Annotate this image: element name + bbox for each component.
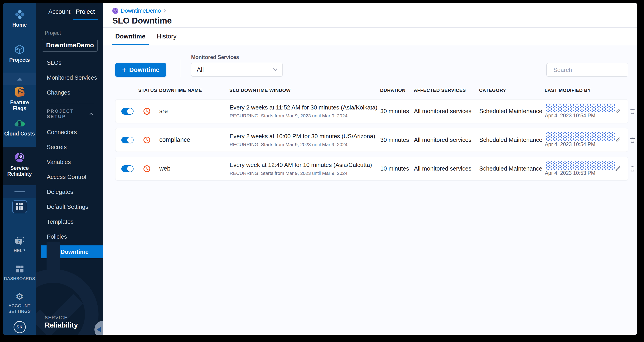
sidebar-item-secrets[interactable]: Secrets — [36, 140, 103, 155]
filter-label: Monitored Services — [191, 54, 283, 60]
home-icon — [14, 9, 25, 20]
breadcrumb-project-link[interactable]: DowntimeDemo — [121, 8, 161, 14]
downtime-enabled-toggle[interactable] — [121, 165, 134, 172]
sidebar-item-default-settings[interactable]: Default Settings — [36, 199, 103, 214]
category: Scheduled Maintenance — [479, 136, 545, 143]
sidebar-item-connectors[interactable]: Connectors — [36, 125, 103, 140]
sidebar-item-slo-downtime[interactable]: SLO Downtime — [41, 245, 103, 258]
sidebar-item-delegates[interactable]: Delegates — [36, 184, 103, 199]
trash-icon — [630, 166, 636, 172]
delete-button[interactable] — [630, 166, 636, 172]
sidebar-item-access-control[interactable]: Access Control — [36, 169, 103, 184]
project-setup-section-toggle[interactable]: PROJECT SETUP — [36, 107, 103, 121]
breadcrumb-chevron-icon — [163, 9, 166, 13]
toggle-knob — [127, 166, 133, 172]
svg-text:$: $ — [18, 120, 21, 127]
user-menu[interactable]: SK — [3, 321, 36, 333]
recurring-clock-icon — [143, 107, 151, 115]
search-input[interactable] — [553, 66, 630, 74]
tab-history[interactable]: History — [157, 28, 176, 45]
edit-button[interactable] — [615, 166, 621, 172]
redacted-user — [545, 161, 615, 170]
rail-footer-label: ACCOUNT SETTINGS — [8, 303, 32, 314]
column-header-downtime-name: DOWNTIME NAME — [159, 88, 229, 93]
sidebar-item-service-reliability[interactable]: Service Reliability — [3, 152, 36, 177]
sidebar-item-home[interactable]: Home — [3, 9, 36, 28]
last-modified-cell: Apr 4, 2023 10:53 PM — [545, 161, 637, 176]
avatar: SK — [14, 321, 26, 333]
trash-icon — [630, 108, 636, 114]
toggle-knob — [127, 137, 133, 143]
active-tab-underline — [112, 44, 149, 45]
category: Scheduled Maintenance — [479, 108, 545, 115]
sidebar-item-cloud-costs[interactable]: $ Cloud Costs — [3, 119, 36, 137]
module-label: Home — [12, 22, 27, 28]
downtime-name: compliance — [159, 136, 230, 143]
sidebar-item-templates[interactable]: Templates — [36, 214, 103, 229]
table-row: sre Every 2 weeks at 11:52 AM for 30 min… — [115, 99, 628, 123]
scope-tabs: Account Project — [36, 3, 103, 20]
sidebar-item-feature-flags[interactable]: Feature Flags — [3, 86, 36, 112]
affected-services: All monitored services — [414, 136, 479, 143]
module-label: Feature Flags — [3, 100, 36, 112]
tab-account[interactable]: Account — [46, 8, 73, 20]
monitored-services-select[interactable]: All — [191, 63, 283, 77]
downtime-window: Every week at 12:40 AM for 10 minutes (A… — [230, 162, 380, 169]
sidebar-item-help[interactable]: ? HELP — [3, 236, 36, 253]
downtime-table: sre Every 2 weeks at 11:52 AM for 30 min… — [115, 99, 628, 180]
column-header-affected-services: AFFECTED SERVICES — [414, 88, 479, 93]
modules-scroll-up[interactable] — [3, 73, 36, 85]
module-config-button[interactable] — [12, 200, 27, 213]
toolbar: + Downtime Monitored Services All — [115, 54, 628, 77]
help-icon: ? — [14, 236, 25, 246]
delete-button[interactable] — [630, 137, 636, 143]
edit-button[interactable] — [615, 137, 621, 143]
project-field-label: Project — [45, 30, 103, 36]
add-downtime-button[interactable]: + Downtime — [115, 63, 166, 77]
pencil-icon — [615, 166, 621, 172]
downtime-enabled-toggle[interactable] — [121, 108, 134, 115]
gear-icon: ⚙ — [16, 292, 24, 301]
rail-footer-label: DASHBOARDS — [4, 276, 35, 282]
page-body: + Downtime Monitored Services All — [103, 45, 637, 335]
page-header: DowntimeDemo SLO Downtime — [103, 3, 637, 28]
status-cell — [121, 107, 159, 115]
downtime-window: Every 2 weeks at 11:52 AM for 30 minutes… — [230, 104, 380, 111]
downtime-recurrence: RECURRING: Starts from Mar 9, 2023 until… — [230, 171, 380, 176]
nav-footer: SERVICE Reliability — [45, 315, 78, 329]
table-row: web Every week at 12:40 AM for 10 minute… — [115, 157, 628, 180]
project-selector[interactable]: DowntimeDemo — [42, 39, 98, 52]
last-modified-cell: Apr 4, 2023 10:54 PM — [545, 104, 637, 119]
sidebar-item-dashboards[interactable]: DASHBOARDS — [3, 265, 36, 282]
row-actions — [615, 108, 636, 114]
tab-project[interactable]: Project — [73, 8, 98, 20]
edit-button[interactable] — [615, 108, 621, 114]
downtime-recurrence: RECURRING: Starts from Mar 9, 2023 until… — [230, 113, 380, 119]
nav-items: SLOs Monitored Services Changes — [36, 55, 103, 100]
section-label: PROJECT SETUP — [47, 108, 90, 119]
downtime-enabled-toggle[interactable] — [121, 137, 134, 143]
page-tabs: Downtime History — [103, 28, 637, 45]
selected-filter-value: All — [197, 66, 204, 73]
nav-footer-kicker: SERVICE — [45, 315, 78, 320]
row-actions — [615, 166, 636, 172]
nav-collapse-button[interactable] — [94, 321, 103, 335]
sidebar-item-slos[interactable]: SLOs — [36, 55, 103, 70]
table-row: compliance Every 2 weeks at 10:00 PM for… — [115, 128, 628, 152]
recurring-clock-icon — [143, 165, 151, 173]
tab-downtime[interactable]: Downtime — [115, 28, 146, 45]
search-field — [546, 63, 628, 77]
sidebar-item-projects[interactable]: Projects — [3, 44, 36, 63]
sidebar-item-policies[interactable]: Policies — [36, 229, 103, 244]
sidebar-item-changes[interactable]: Changes — [36, 85, 103, 100]
sidebar-item-variables[interactable]: Variables — [36, 155, 103, 169]
sidebar-item-monitored-services[interactable]: Monitored Services — [36, 70, 103, 85]
plus-icon: + — [122, 66, 126, 74]
column-header-duration: DURATION — [380, 88, 414, 93]
sidebar-item-account-settings[interactable]: ⚙ ACCOUNT SETTINGS — [3, 292, 36, 314]
delete-button[interactable] — [630, 108, 636, 114]
downtime-recurrence: RECURRING: Starts from Mar 9, 2023 until… — [230, 142, 380, 147]
dashboards-icon — [15, 265, 24, 274]
downtime-name: sre — [159, 108, 230, 115]
toggle-knob — [127, 108, 133, 114]
